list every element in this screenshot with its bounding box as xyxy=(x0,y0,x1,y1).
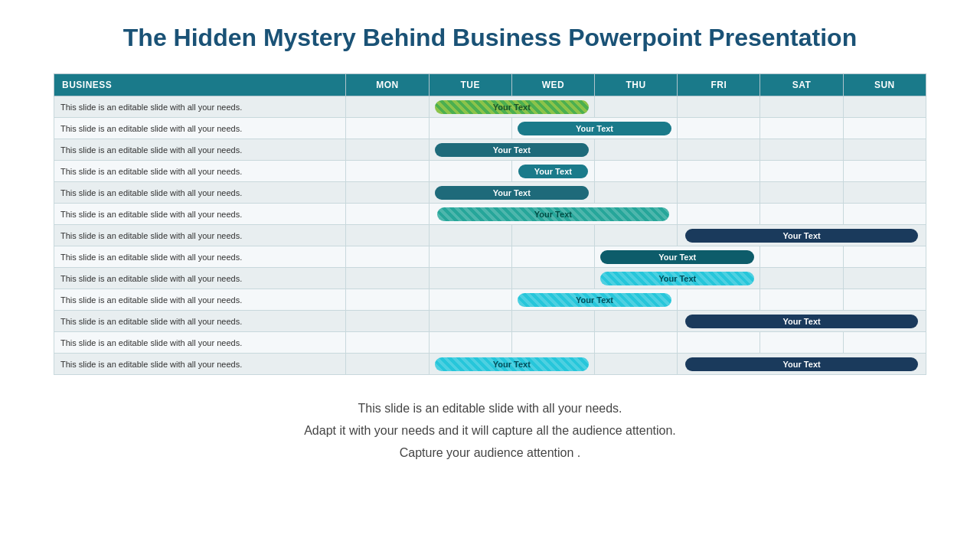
col-header-mon: MON xyxy=(346,74,429,96)
day-cell-0 xyxy=(346,311,429,332)
day-cell-1 xyxy=(429,332,511,354)
footer-line3: Capture your audience attention . xyxy=(304,442,676,465)
day-cell-5 xyxy=(760,332,843,354)
day-cell-2 xyxy=(511,225,594,246)
table-row: This slide is an editable slide with all… xyxy=(54,332,926,354)
day-cell-5 xyxy=(760,268,843,289)
day-cell-3: Your Text xyxy=(595,246,760,268)
footer-section: This slide is an editable slide with all… xyxy=(304,398,676,464)
day-cell-3: Your Text xyxy=(595,268,760,289)
day-cell-3 xyxy=(595,161,678,182)
row-label: This slide is an editable slide with all… xyxy=(54,332,346,354)
day-cell-2: Your Text xyxy=(511,289,677,311)
day-cell-6 xyxy=(843,96,926,118)
day-cell-1 xyxy=(429,289,511,311)
table-row: This slide is an editable slide with all… xyxy=(54,289,926,311)
day-cell-4 xyxy=(678,204,760,225)
table-row: This slide is an editable slide with all… xyxy=(54,225,926,246)
table-row: This slide is an editable slide with all… xyxy=(54,354,926,375)
col-header-wed: WED xyxy=(511,74,594,96)
row-label: This slide is an editable slide with all… xyxy=(54,289,346,311)
day-cell-2: Your Text xyxy=(511,161,594,182)
row-label: This slide is an editable slide with all… xyxy=(54,96,346,118)
day-cell-0 xyxy=(346,225,429,246)
day-cell-4: Your Text xyxy=(678,311,926,332)
col-header-sun: SUN xyxy=(843,74,926,96)
bar-pill: Your Text xyxy=(435,143,589,157)
gantt-table: BUSINESS MON TUE WED THU FRI SAT SUN Thi… xyxy=(54,73,926,375)
day-cell-6 xyxy=(843,118,926,139)
day-cell-5 xyxy=(760,246,843,268)
day-cell-6 xyxy=(843,139,926,161)
row-label: This slide is an editable slide with all… xyxy=(54,139,346,161)
day-cell-5 xyxy=(760,182,843,204)
day-cell-3 xyxy=(595,225,678,246)
gantt-table-wrapper: BUSINESS MON TUE WED THU FRI SAT SUN Thi… xyxy=(54,73,926,375)
day-cell-0 xyxy=(346,332,429,354)
day-cell-3 xyxy=(595,354,678,375)
day-cell-2 xyxy=(511,332,594,354)
bar-pill: Your Text xyxy=(518,165,588,178)
col-header-sat: SAT xyxy=(760,74,843,96)
day-cell-4 xyxy=(678,96,760,118)
day-cell-6 xyxy=(843,161,926,182)
day-cell-5 xyxy=(760,118,843,139)
bar-pill: Your Text xyxy=(600,272,754,285)
table-row: This slide is an editable slide with all… xyxy=(54,182,926,204)
day-cell-2: Your Text xyxy=(511,118,677,139)
day-cell-3 xyxy=(595,311,678,332)
row-label: This slide is an editable slide with all… xyxy=(54,204,346,225)
day-cell-1 xyxy=(429,246,511,268)
day-cell-1: Your Text xyxy=(429,96,594,118)
bar-pill: Your Text xyxy=(435,100,589,114)
day-cell-4: Your Text xyxy=(678,225,926,246)
day-cell-6 xyxy=(843,289,926,311)
day-cell-0 xyxy=(346,354,429,375)
row-label: This slide is an editable slide with all… xyxy=(54,246,346,268)
bar-pill: Your Text xyxy=(685,357,918,371)
row-label: This slide is an editable slide with all… xyxy=(54,311,346,332)
bar-pill: Your Text xyxy=(600,250,754,264)
day-cell-4 xyxy=(678,161,760,182)
table-row: This slide is an editable slide with all… xyxy=(54,311,926,332)
day-cell-6 xyxy=(843,182,926,204)
day-cell-1: Your Text xyxy=(429,182,594,204)
table-row: This slide is an editable slide with all… xyxy=(54,268,926,289)
day-cell-1 xyxy=(429,225,511,246)
col-header-tue: TUE xyxy=(429,74,511,96)
day-cell-1 xyxy=(429,118,511,139)
footer-line2: Adapt it with your needs and it will cap… xyxy=(304,420,676,442)
day-cell-1 xyxy=(429,161,511,182)
bar-pill: Your Text xyxy=(518,293,671,307)
day-cell-3 xyxy=(595,332,678,354)
day-cell-4 xyxy=(678,289,760,311)
day-cell-0 xyxy=(346,246,429,268)
day-cell-2 xyxy=(511,268,594,289)
day-cell-1: Your Text xyxy=(429,354,594,375)
day-cell-6 xyxy=(843,246,926,268)
page-title: The Hidden Mystery Behind Business Power… xyxy=(123,23,857,52)
row-label: This slide is an editable slide with all… xyxy=(54,225,346,246)
day-cell-6 xyxy=(843,332,926,354)
day-cell-4 xyxy=(678,332,760,354)
row-label: This slide is an editable slide with all… xyxy=(54,161,346,182)
row-label: This slide is an editable slide with all… xyxy=(54,118,346,139)
day-cell-4 xyxy=(678,182,760,204)
bar-pill: Your Text xyxy=(435,357,589,371)
day-cell-0 xyxy=(346,204,429,225)
row-label: This slide is an editable slide with all… xyxy=(54,354,346,375)
table-row: This slide is an editable slide with all… xyxy=(54,139,926,161)
col-header-thu: THU xyxy=(595,74,678,96)
bar-pill: Your Text xyxy=(685,315,918,328)
day-cell-4 xyxy=(678,118,760,139)
day-cell-5 xyxy=(760,161,843,182)
day-cell-0 xyxy=(346,118,429,139)
day-cell-4 xyxy=(678,139,760,161)
day-cell-1: Your Text xyxy=(429,139,594,161)
day-cell-6 xyxy=(843,268,926,289)
day-cell-5 xyxy=(760,139,843,161)
row-label: This slide is an editable slide with all… xyxy=(54,182,346,204)
day-cell-3 xyxy=(595,96,678,118)
table-row: This slide is an editable slide with all… xyxy=(54,118,926,139)
day-cell-0 xyxy=(346,161,429,182)
